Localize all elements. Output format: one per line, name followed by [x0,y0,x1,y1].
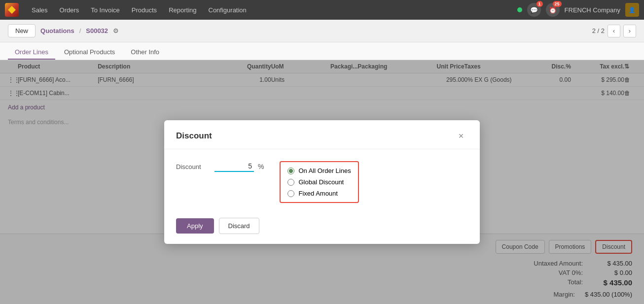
radio-on-all-order-lines-input[interactable] [287,168,294,174]
clock-icon: ⏰ [549,6,557,14]
nav-to-invoice[interactable]: To Invoice [86,4,125,16]
nav-sales[interactable]: Sales [27,4,53,16]
main-content: Product Description Quantity UoM Packagi… [0,60,644,304]
tab-order-lines[interactable]: Order Lines [8,45,55,60]
nav-reporting[interactable]: Reporting [164,4,201,16]
user-avatar[interactable]: 👤 [625,3,639,17]
clock-badge: 25 [553,1,562,7]
radio-global-discount[interactable]: Global Discount [287,178,351,186]
breadcrumb-bar: New Quotations / S00032 ⚙ 2 / 2 ‹ › [0,20,644,42]
tabs-bar: Order Lines Optional Products Other Info [0,42,644,60]
modal-footer: Apply Discard [164,212,480,244]
nav-products[interactable]: Products [127,4,162,16]
nav-orders[interactable]: Orders [55,4,84,16]
settings-gear-icon[interactable]: ⚙ [113,27,119,34]
radio-on-all-order-lines[interactable]: On All Order Lines [287,167,351,174]
new-button[interactable]: New [8,24,36,37]
discount-field-group: Discount % [176,161,264,172]
company-name: FRENCH Company [565,6,620,14]
chat-icon: 💬 [530,6,538,14]
clock-icon-button[interactable]: ⏰ 25 [546,3,560,17]
messages-icon-button[interactable]: 💬 1 [527,3,541,17]
radio-fixed-amount-input[interactable] [287,190,294,197]
radio-global-discount-label: Global Discount [298,178,344,186]
prev-record-button[interactable]: ‹ [608,25,620,37]
breadcrumb-separator: / [79,27,81,34]
modal-header: Discount × [164,120,480,149]
discard-button[interactable]: Discard [219,218,259,234]
radio-on-all-order-lines-label: On All Order Lines [298,167,351,174]
next-record-button[interactable]: › [623,25,636,37]
discount-type-radio-group: On All Order Lines Global Discount Fixed… [280,161,358,203]
messages-badge: 1 [537,1,543,7]
status-dot [517,7,522,12]
nav-right: 💬 1 ⏰ 25 FRENCH Company 👤 [517,3,639,17]
radio-fixed-amount-label: Fixed Amount [298,190,338,197]
nav-configuration[interactable]: Configuration [204,4,251,16]
nav-menu: Sales Orders To Invoice Products Reporti… [27,4,509,16]
discount-field-label: Discount [176,163,211,170]
top-navigation: Sales Orders To Invoice Products Reporti… [0,0,644,20]
modal-title: Discount [176,131,212,141]
discount-modal: Discount × Discount % On All Order Lines [164,120,480,244]
radio-global-discount-input[interactable] [287,179,294,186]
radio-fixed-amount[interactable]: Fixed Amount [287,190,351,197]
apply-button[interactable]: Apply [176,218,214,234]
discount-input[interactable] [215,161,254,172]
breadcrumb-quotations[interactable]: Quotations [40,27,74,34]
tab-optional-products[interactable]: Optional Products [57,45,122,60]
modal-close-button[interactable]: × [454,129,468,143]
breadcrumb-right: 2 / 2 ‹ › [592,25,636,37]
app-logo[interactable] [5,3,19,17]
modal-overlay[interactable]: Discount × Discount % On All Order Lines [0,60,644,304]
percent-symbol: % [258,163,264,170]
modal-row: Discount % On All Order Lines Global Dis… [176,161,468,203]
breadcrumb-record: S00032 [86,27,108,34]
tab-other-info[interactable]: Other Info [124,45,166,60]
pagination-label: 2 / 2 [592,27,605,34]
modal-body: Discount % On All Order Lines Global Dis… [164,149,480,212]
